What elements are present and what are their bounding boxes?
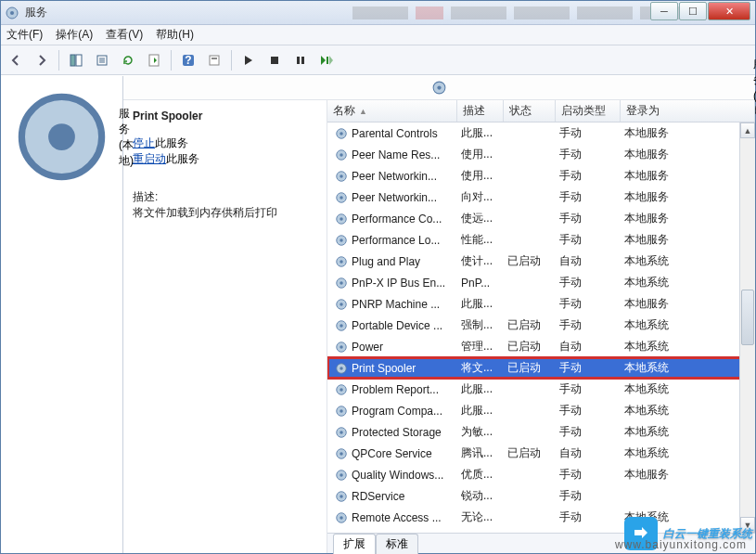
gear-icon [335,469,348,482]
service-row[interactable]: RDService锐动...手动 [327,485,755,507]
refresh-button[interactable] [117,49,139,71]
service-row[interactable]: Protected Storage为敏...手动本地系统 [327,421,755,443]
svg-point-37 [340,324,343,328]
gear-icon [335,213,348,225]
service-row[interactable]: Plug and Play使计...已启动自动本地系统 [327,251,755,272]
cell-startup: 自动 [556,445,621,461]
vertical-scrollbar[interactable]: ▲ ▼ [739,122,755,533]
content-header: 服务(本地) [123,76,755,100]
cell-logon: 本地服务 [621,232,755,248]
col-name[interactable]: 名称▲ [327,100,457,122]
menu-action[interactable]: 操作(A) [56,27,93,43]
svg-rect-10 [271,57,278,64]
cell-startup: 自动 [556,253,621,269]
service-row[interactable]: Peer Networkin...向对...手动本地服务 [327,187,755,208]
cell-desc: 将文... [457,360,504,376]
cell-desc: 无论... [457,509,504,525]
cell-startup: 手动 [556,467,621,483]
restart-service-button[interactable] [315,49,338,71]
service-row[interactable]: Print Spooler将文...已启动手动本地系统 [327,357,755,379]
service-row[interactable]: Quality Windows...优质...手动本地服务 [327,464,755,485]
watermark: 白云一键重装系统 www.baiyunxitong.com [624,517,752,550]
svg-rect-8 [210,56,219,65]
show-hide-tree-button[interactable] [65,49,87,71]
service-row[interactable]: Program Compa...此服...手动本地系统 [327,400,755,421]
gear-icon [335,383,348,396]
watermark-url: www.baiyunxitong.com [615,538,747,551]
cell-startup: 手动 [556,403,621,419]
gear-icon [335,511,348,524]
cell-desc: 性能... [457,232,504,248]
maximize-button[interactable]: ☐ [679,2,707,20]
pause-service-button[interactable] [289,49,312,71]
close-button[interactable]: ✕ [708,2,750,20]
restart-service-link[interactable]: 重启动 [133,152,166,165]
cell-logon: 本地服务 [621,168,755,184]
tab-standard[interactable]: 标准 [376,534,418,554]
help-button[interactable]: ? [177,49,199,71]
toolbar-icon[interactable] [203,49,225,71]
gear-icon [335,127,348,140]
service-row[interactable]: Portable Device ...强制...已启动手动本地系统 [327,315,755,336]
cell-startup: 手动 [556,317,621,333]
cell-name: Peer Networkin... [352,170,437,183]
service-row[interactable]: PNRP Machine ...此服...手动本地服务 [327,293,755,315]
service-row[interactable]: Problem Report...此服...手动本地系统 [327,379,755,400]
gear-icon [335,319,348,332]
cell-desc: 使用... [457,168,504,184]
cell-status: 已启动 [504,253,556,269]
export-list-button[interactable] [91,49,113,71]
service-row[interactable]: Performance Co...使远...手动本地服务 [327,208,755,229]
col-startup[interactable]: 启动类型 [556,100,621,122]
tree-item-services-local[interactable]: 服务(本地) [5,82,119,192]
cell-startup: 自动 [556,339,621,354]
cell-logon: 本地系统 [621,360,755,376]
properties-button[interactable] [143,49,165,71]
scroll-thumb[interactable] [741,290,754,345]
gear-icon [335,426,348,439]
col-description[interactable]: 描述 [457,100,504,122]
stop-service-button[interactable] [263,49,286,71]
cell-startup: 手动 [556,211,621,226]
gear-icon [131,80,748,96]
cell-logon: 本地服务 [621,147,755,162]
menu-file[interactable]: 文件(F) [6,27,43,43]
service-row[interactable]: Peer Networkin...使用...手动本地服务 [327,165,755,187]
svg-rect-2 [70,55,75,66]
service-row[interactable]: QPCore Service腾讯...已启动自动本地系统 [327,443,755,464]
forward-button[interactable] [31,49,53,71]
service-row[interactable]: Parental Controls此服...手动本地服务 [327,122,755,144]
start-service-button[interactable] [237,49,260,71]
cell-name: Performance Co... [352,213,442,225]
tab-extended[interactable]: 扩展 [333,534,376,554]
svg-point-47 [340,431,343,434]
menu-view[interactable]: 查看(V) [106,27,143,43]
menu-bar: 文件(F) 操作(A) 查看(V) 帮助(H) [1,25,755,45]
service-row[interactable]: Performance Lo...性能...手动本地服务 [327,229,755,251]
cell-startup: 手动 [556,296,621,312]
cell-desc: 锐动... [457,488,504,504]
svg-point-49 [340,452,343,456]
back-button[interactable] [5,49,27,71]
service-row[interactable]: Peer Name Res...使用...手动本地服务 [327,144,755,165]
cell-desc: 使用... [457,147,504,162]
service-row[interactable]: PnP-X IP Bus En...PnP...手动本地系统 [327,272,755,293]
cell-logon: 本地服务 [621,211,755,226]
sort-asc-icon: ▲ [359,107,367,116]
minimize-button[interactable]: ─ [650,2,678,20]
gear-icon [335,277,348,290]
cell-startup: 手动 [556,488,621,504]
service-row[interactable]: Power管理...已启动自动本地系统 [327,336,755,357]
cell-status: 已启动 [504,317,556,333]
stop-service-link[interactable]: 停止 [133,136,155,149]
col-status[interactable]: 状态 [504,100,556,122]
cell-desc: 优质... [457,467,504,483]
cell-logon: 本地服务 [621,467,755,483]
menu-help[interactable]: 帮助(H) [156,27,194,43]
col-logon[interactable]: 登录为 [621,100,755,122]
cell-logon: 本地系统 [621,403,755,419]
scroll-up-button[interactable]: ▲ [740,122,755,138]
svg-point-55 [340,516,343,520]
cell-desc: 使计... [457,253,504,269]
svg-point-53 [340,495,343,498]
